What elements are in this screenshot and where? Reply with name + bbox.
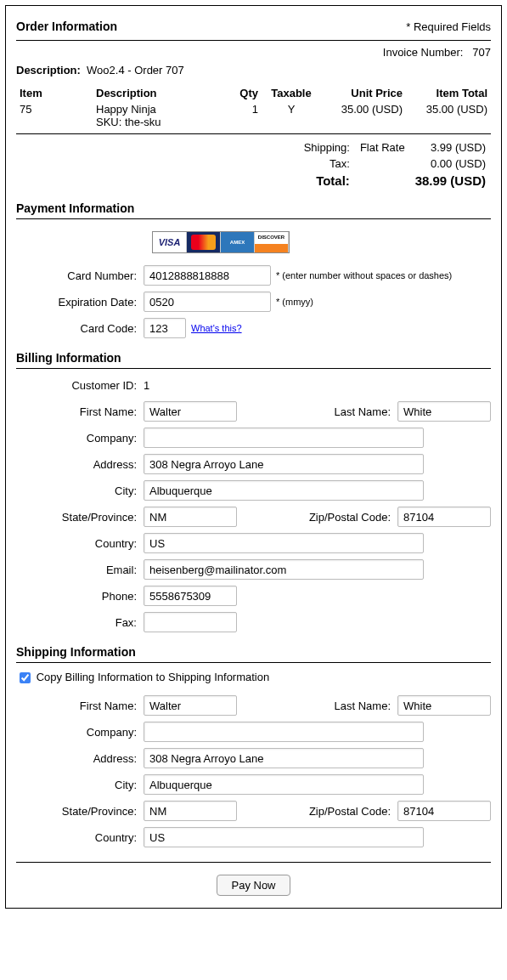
billing-country-label: Country: [16,537,144,550]
billing-fax-input[interactable] [144,612,237,632]
whats-this-link[interactable]: What's this? [191,323,242,333]
billing-last-name-label: Last Name: [335,405,397,418]
col-item: Item [16,85,93,101]
shipping-zip-label: Zip/Postal Code: [309,805,397,818]
tax-label: Tax: [299,156,355,172]
shipping-address-input[interactable] [144,748,424,768]
billing-address-input[interactable] [144,454,424,474]
shipping-last-name-label: Last Name: [335,700,397,712]
payment-heading: Payment Information [16,201,491,215]
divider [16,862,491,863]
pay-now-button[interactable]: Pay Now [217,875,290,896]
shipping-method: Flat Rate [355,139,410,156]
expiration-label: Expiration Date: [16,296,144,309]
billing-state-input[interactable] [144,507,237,527]
card-number-input[interactable] [144,265,271,286]
order-info-heading: Order Information [16,20,117,33]
divider [16,133,491,134]
billing-first-name-input[interactable] [144,401,237,422]
billing-company-label: Company: [16,432,144,445]
copy-billing-label: Copy Billing Information to Shipping Inf… [37,671,270,683]
cell-qty: 1 [228,101,262,130]
shipping-city-label: City: [16,779,144,791]
visa-icon: VISA [153,232,187,252]
billing-phone-input[interactable] [144,586,237,606]
expiration-input[interactable] [144,292,271,312]
billing-heading: Billing Information [16,351,491,365]
col-unit-price: Unit Price [321,85,406,101]
shipping-label: Shipping: [299,139,355,156]
billing-address-label: Address: [16,458,144,471]
card-number-hint: * (enter number without spaces or dashes… [276,270,452,280]
amex-icon: AMEX [221,232,255,252]
card-logos: VISA AMEX DISCOVER [152,231,290,253]
shipping-address-label: Address: [16,752,144,765]
billing-city-input[interactable] [144,480,424,501]
billing-email-label: Email: [16,564,144,576]
billing-city-label: City: [16,484,144,497]
cell-item-total: 35.00 (USD) [406,101,491,130]
billing-zip-label: Zip/Postal Code: [309,511,397,524]
billing-email-input[interactable] [144,559,424,580]
copy-billing-checkbox[interactable] [20,672,31,683]
billing-zip-input[interactable] [397,507,491,527]
shipping-state-input[interactable] [144,801,237,821]
col-description: Description [93,85,228,101]
invoice-number-label: Invoice Number: [383,46,464,59]
order-description-label: Description: [16,64,81,76]
required-fields-note: * Required Fields [406,20,491,33]
cell-taxable: Y [262,101,321,130]
customer-id-label: Customer ID: [16,379,144,392]
cell-unit-price: 35.00 (USD) [321,101,406,130]
order-form: Order Information * Required Fields Invo… [5,5,502,909]
cell-description: Happy Ninja SKU: the-sku [93,101,228,130]
divider [16,368,491,369]
card-number-label: Card Number: [16,269,144,282]
items-table: Item Description Qty Taxable Unit Price … [16,85,491,130]
item-sku: SKU: the-sku [96,116,161,128]
divider [16,662,491,663]
table-row: 75 Happy Ninja SKU: the-sku 1 Y 35.00 (U… [16,101,491,130]
shipping-heading: Shipping Information [16,645,491,659]
shipping-first-name-label: First Name: [16,700,144,712]
total-value: 38.99 (USD) [410,172,491,190]
billing-company-input[interactable] [144,428,424,448]
col-taxable: Taxable [262,85,321,101]
card-code-label: Card Code: [16,322,144,335]
shipping-state-label: State/Province: [16,805,144,818]
mastercard-icon [187,232,221,252]
shipping-company-label: Company: [16,726,144,739]
tax-value: 0.00 (USD) [410,156,491,172]
shipping-city-input[interactable] [144,774,424,795]
shipping-first-name-input[interactable] [144,695,237,716]
discover-icon: DISCOVER [255,232,289,252]
billing-fax-label: Fax: [16,616,144,629]
expiration-hint: * (mmyy) [276,297,313,307]
billing-country-input[interactable] [144,533,424,553]
col-qty: Qty [228,85,262,101]
billing-first-name-label: First Name: [16,405,144,418]
col-item-total: Item Total [406,85,491,101]
card-code-input[interactable] [144,318,186,338]
billing-phone-label: Phone: [16,590,144,603]
divider [16,40,491,41]
shipping-country-input[interactable] [144,827,424,847]
customer-id-value: 1 [144,379,149,392]
total-label: Total: [299,172,355,190]
shipping-last-name-input[interactable] [397,695,491,716]
shipping-value: 3.99 (USD) [410,139,491,156]
item-name: Happy Ninja [96,103,156,116]
cell-item: 75 [16,101,93,130]
shipping-country-label: Country: [16,831,144,844]
shipping-zip-input[interactable] [397,801,491,821]
shipping-company-input[interactable] [144,722,424,742]
billing-last-name-input[interactable] [397,401,491,422]
invoice-number-value: 707 [472,46,491,59]
totals-block: Shipping: Flat Rate 3.99 (USD) Tax: 0.00… [16,139,491,190]
billing-state-label: State/Province: [16,511,144,524]
divider [16,218,491,219]
order-description-value: Woo2.4 - Order 707 [87,64,184,76]
